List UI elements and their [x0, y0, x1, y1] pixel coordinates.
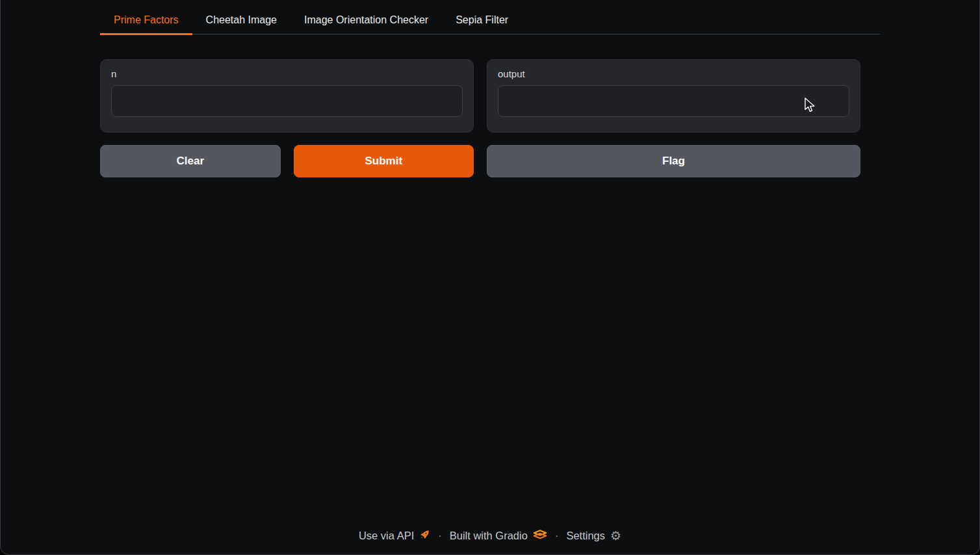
footer-separator-2: · [555, 530, 559, 542]
clear-button[interactable]: Clear [100, 145, 281, 177]
tab-image-orientation-checker[interactable]: Image Orientation Checker [290, 8, 442, 35]
input-column: n Clear Submit [100, 59, 474, 177]
gradio-app-window: Prime Factors Cheetah Image Image Orient… [0, 0, 980, 555]
output-column: output Flag [487, 59, 860, 177]
gear-icon: ⚙ [610, 530, 621, 542]
output-field[interactable] [498, 85, 849, 117]
tab-bar: Prime Factors Cheetah Image Image Orient… [100, 8, 880, 34]
output-button-row: Flag [487, 145, 860, 177]
settings-label: Settings [566, 530, 605, 542]
input-label: n [111, 68, 463, 79]
footer: Use via API · Built with Gradio · Settin… [1, 529, 979, 543]
output-panel: output [487, 59, 860, 133]
flag-button[interactable]: Flag [487, 145, 860, 177]
footer-separator: · [438, 530, 442, 542]
submit-button[interactable]: Submit [294, 145, 474, 177]
tab-sepia-filter[interactable]: Sepia Filter [442, 8, 522, 35]
input-button-row: Clear Submit [100, 145, 474, 177]
n-input[interactable] [111, 85, 463, 117]
built-with-gradio-label: Built with Gradio [450, 530, 528, 542]
tab-prime-factors[interactable]: Prime Factors [100, 8, 192, 35]
tab-cheetah-image[interactable]: Cheetah Image [192, 8, 290, 35]
gradio-logo-icon [533, 530, 547, 542]
settings-link[interactable]: Settings ⚙ [566, 530, 621, 542]
rocket-icon [419, 529, 430, 543]
use-via-api-link[interactable]: Use via API [359, 529, 430, 543]
use-via-api-label: Use via API [359, 530, 414, 542]
content-grid: n Clear Submit output Flag [100, 59, 880, 177]
input-panel: n [100, 59, 474, 133]
main-container: Prime Factors Cheetah Image Image Orient… [100, 0, 880, 177]
output-label: output [498, 68, 849, 79]
built-with-gradio-link[interactable]: Built with Gradio [450, 530, 547, 542]
